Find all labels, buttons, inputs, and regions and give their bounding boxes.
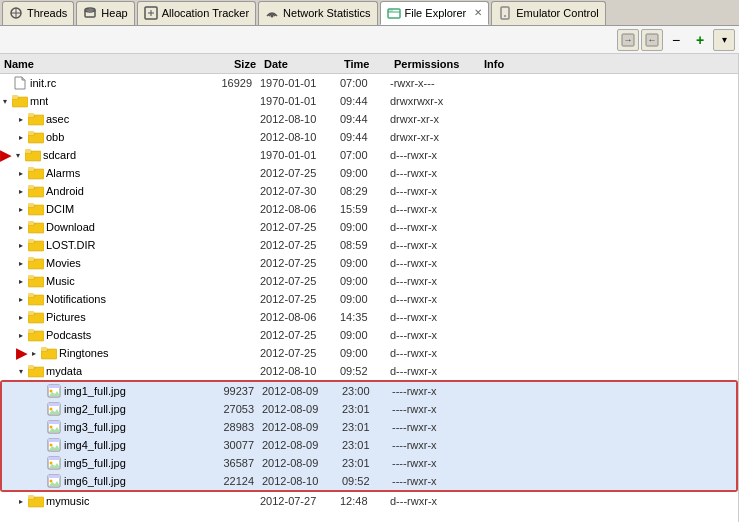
row-label-download: Download bbox=[46, 221, 95, 233]
expand-btn-movies[interactable]: ▸ bbox=[16, 258, 26, 268]
folder-icon bbox=[41, 345, 57, 361]
row-permissions-music: d---rwxr-x bbox=[390, 275, 480, 287]
tree-row-notifications[interactable]: ▸ Notifications2012-07-2509:00d---rwxr-x bbox=[0, 290, 738, 308]
row-date-dcim: 2012-08-06 bbox=[260, 203, 340, 215]
folder-icon bbox=[28, 255, 44, 271]
tree-row-mydata[interactable]: ▾ mydata2012-08-1009:52d---rwxr-x bbox=[0, 362, 738, 380]
row-date-lost-dir: 2012-07-25 bbox=[260, 239, 340, 251]
row-name-img2: img2_full.jpg bbox=[2, 401, 202, 417]
row-name-img6: img6_full.jpg bbox=[2, 473, 202, 489]
row-date-mymusic: 2012-07-27 bbox=[260, 495, 340, 507]
tree-row-mnt[interactable]: ▾ mnt1970-01-0109:44drwxrwxr-x bbox=[0, 92, 738, 110]
row-size-img1: 99237 bbox=[202, 385, 262, 397]
svg-text:→: → bbox=[624, 35, 633, 45]
tree-row-img1[interactable]: img1_full.jpg992372012-08-0923:00----rwx… bbox=[2, 382, 736, 400]
plus-button[interactable]: + bbox=[689, 29, 711, 51]
expand-btn-ringtones[interactable]: ▸ bbox=[29, 348, 39, 358]
expand-btn-mnt[interactable]: ▾ bbox=[0, 96, 10, 106]
row-time-notifications: 09:00 bbox=[340, 293, 390, 305]
tree-row-pictures[interactable]: ▸ Pictures2012-08-0614:35d---rwxr-x bbox=[0, 308, 738, 326]
tab-close-icon[interactable]: ✕ bbox=[474, 7, 482, 18]
svg-rect-19 bbox=[12, 95, 18, 99]
tab-file-explorer-label: File Explorer bbox=[405, 7, 467, 19]
expand-btn-lost-dir[interactable]: ▸ bbox=[16, 240, 26, 250]
expand-btn-podcasts[interactable]: ▸ bbox=[16, 330, 26, 340]
row-time-mydata: 09:52 bbox=[340, 365, 390, 377]
row-label-init-rc: init.rc bbox=[30, 77, 56, 89]
expand-btn-mydata[interactable]: ▾ bbox=[16, 366, 26, 376]
minus-button[interactable]: − bbox=[665, 29, 687, 51]
pull-button[interactable]: ← bbox=[641, 29, 663, 51]
tab-file-explorer[interactable]: File Explorer ✕ bbox=[380, 1, 490, 25]
row-date-alarms: 2012-07-25 bbox=[260, 167, 340, 179]
expand-btn-alarms[interactable]: ▸ bbox=[16, 168, 26, 178]
svg-rect-40 bbox=[28, 221, 34, 225]
row-label-mydata: mydata bbox=[46, 365, 82, 377]
expand-btn-dcim[interactable]: ▸ bbox=[16, 204, 26, 214]
network-icon bbox=[265, 6, 279, 20]
tree-row-sdcard[interactable]: ▶▾ sdcard1970-01-0107:00d---rwxr-x bbox=[0, 146, 738, 164]
folder-icon bbox=[28, 111, 44, 127]
svg-rect-43 bbox=[28, 239, 34, 243]
expand-btn-obb[interactable]: ▸ bbox=[16, 132, 26, 142]
folder-icon bbox=[28, 129, 44, 145]
tab-network-statistics[interactable]: Network Statistics bbox=[258, 1, 377, 25]
row-name-obb: ▸ obb bbox=[0, 129, 200, 145]
svg-rect-69 bbox=[48, 403, 60, 406]
tree-row-dcim[interactable]: ▸ DCIM2012-08-0615:59d---rwxr-x bbox=[0, 200, 738, 218]
svg-rect-25 bbox=[28, 131, 34, 135]
expand-btn-sdcard[interactable]: ▾ bbox=[13, 150, 23, 160]
tree-row-download[interactable]: ▸ Download2012-07-2509:00d---rwxr-x bbox=[0, 218, 738, 236]
main-content: Name Size Date Time Permissions Info ini… bbox=[0, 54, 739, 522]
selected-files-group: img1_full.jpg992372012-08-0923:00----rwx… bbox=[0, 380, 738, 492]
tab-allocation-tracker[interactable]: Allocation Tracker bbox=[137, 1, 256, 25]
svg-rect-46 bbox=[28, 257, 34, 261]
toolbar: → ← − + ▾ bbox=[0, 26, 739, 54]
tab-emulator-control[interactable]: Emulator Control bbox=[491, 1, 606, 25]
expand-btn-music[interactable]: ▸ bbox=[16, 276, 26, 286]
tree-row-lost-dir[interactable]: ▸ LOST.DIR2012-07-2508:59d---rwxr-x bbox=[0, 236, 738, 254]
column-headers: Name Size Date Time Permissions Info bbox=[0, 54, 738, 74]
tree-row-android[interactable]: ▸ Android2012-07-3008:29d---rwxr-x bbox=[0, 182, 738, 200]
expand-btn-download[interactable]: ▸ bbox=[16, 222, 26, 232]
tab-heap[interactable]: Heap bbox=[76, 1, 134, 25]
tree-row-img5[interactable]: img5_full.jpg365872012-08-0923:01----rwx… bbox=[2, 454, 736, 472]
expand-btn-mymusic[interactable]: ▸ bbox=[16, 496, 26, 506]
tree-row-movies[interactable]: ▸ Movies2012-07-2509:00d---rwxr-x bbox=[0, 254, 738, 272]
row-permissions-init-rc: -rwxr-x--- bbox=[390, 77, 480, 89]
tree-row-mymusic[interactable]: ▸ mymusic2012-07-2712:48d---rwxr-x bbox=[0, 492, 738, 510]
expand-btn-asec[interactable]: ▸ bbox=[16, 114, 26, 124]
svg-rect-61 bbox=[41, 347, 47, 351]
expand-btn-notifications[interactable]: ▸ bbox=[16, 294, 26, 304]
expand-btn-pictures[interactable]: ▸ bbox=[16, 312, 26, 322]
svg-rect-34 bbox=[28, 185, 34, 189]
tree-row-obb[interactable]: ▸ obb2012-08-1009:44drwxr-xr-x bbox=[0, 128, 738, 146]
push-button[interactable]: → bbox=[617, 29, 639, 51]
row-name-img3: img3_full.jpg bbox=[2, 419, 202, 435]
row-name-init-rc: init.rc bbox=[0, 75, 200, 91]
image-icon bbox=[46, 455, 62, 471]
row-permissions-img5: ----rwxr-x bbox=[392, 457, 482, 469]
row-date-notifications: 2012-07-25 bbox=[260, 293, 340, 305]
tree-row-asec[interactable]: ▸ asec2012-08-1009:44drwxr-xr-x bbox=[0, 110, 738, 128]
image-icon bbox=[46, 383, 62, 399]
tree-row-podcasts[interactable]: ▸ Podcasts2012-07-2509:00d---rwxr-x bbox=[0, 326, 738, 344]
expand-btn-android[interactable]: ▸ bbox=[16, 186, 26, 196]
row-time-download: 09:00 bbox=[340, 221, 390, 233]
tree-row-img3[interactable]: img3_full.jpg289832012-08-0923:01----rwx… bbox=[2, 418, 736, 436]
svg-rect-66 bbox=[48, 385, 60, 388]
tab-threads[interactable]: Threads bbox=[2, 1, 74, 25]
tree-row-init-rc[interactable]: init.rc169291970-01-0107:00-rwxr-x--- bbox=[0, 74, 738, 92]
row-size-img2: 27053 bbox=[202, 403, 262, 415]
tree-row-alarms[interactable]: ▸ Alarms2012-07-2509:00d---rwxr-x bbox=[0, 164, 738, 182]
tree-row-img4[interactable]: img4_full.jpg300772012-08-0923:01----rwx… bbox=[2, 436, 736, 454]
tree-row-music[interactable]: ▸ Music2012-07-2509:00d---rwxr-x bbox=[0, 272, 738, 290]
row-date-download: 2012-07-25 bbox=[260, 221, 340, 233]
tab-network-statistics-label: Network Statistics bbox=[283, 7, 370, 19]
tree-row-ringtones[interactable]: ▶▸ Ringtones2012-07-2509:00d---rwxr-x bbox=[0, 344, 738, 362]
tree-row-img6[interactable]: img6_full.jpg221242012-08-1009:52----rwx… bbox=[2, 472, 736, 490]
tree-row-img2[interactable]: img2_full.jpg270532012-08-0923:01----rwx… bbox=[2, 400, 736, 418]
file-tree[interactable]: Name Size Date Time Permissions Info ini… bbox=[0, 54, 739, 522]
nav-button[interactable]: ▾ bbox=[713, 29, 735, 51]
svg-rect-10 bbox=[388, 9, 393, 12]
